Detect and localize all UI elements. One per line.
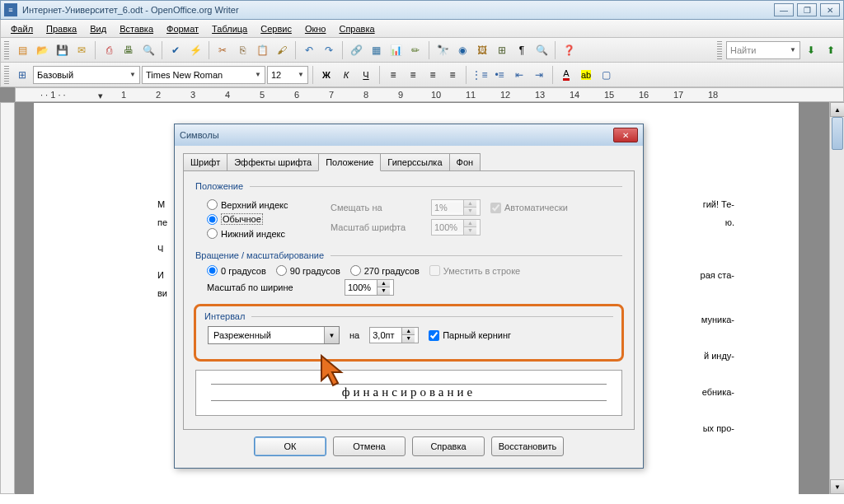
nonprint-icon[interactable]: ¶	[513, 41, 531, 59]
radio-270deg[interactable]: 270 градусов	[350, 265, 420, 276]
search-field[interactable]: Найти ▼	[726, 41, 800, 59]
vertical-ruler[interactable]	[0, 102, 15, 494]
table-icon[interactable]: ▦	[367, 41, 385, 59]
toolbar-grip[interactable]	[4, 41, 9, 59]
find-next-icon[interactable]: ⬇	[802, 41, 820, 59]
radio-superscript[interactable]: Верхний индекс	[207, 199, 288, 210]
restore-button[interactable]: ❐	[797, 3, 817, 16]
print-icon[interactable]: 🖶	[120, 41, 138, 59]
gallery-icon[interactable]: 🖼	[473, 41, 491, 59]
spell-icon[interactable]: ✔	[166, 41, 185, 59]
radio-0deg[interactable]: 0 градусов	[207, 265, 266, 276]
preview-text: финансирование	[335, 385, 482, 399]
chart-icon[interactable]: 📊	[387, 41, 405, 59]
radio-normal[interactable]: Обычное	[207, 213, 263, 225]
size-dropdown[interactable]: 12▼	[267, 66, 308, 84]
scroll-down-icon[interactable]: ▼	[830, 479, 844, 494]
auto-checkbox: Автоматически	[490, 203, 568, 213]
reset-button[interactable]: Восстановить	[491, 436, 564, 456]
toolbar-grip-2[interactable]	[717, 41, 722, 59]
font-dropdown[interactable]: Times New Roman▼	[142, 66, 265, 84]
align-left-icon[interactable]: ≡	[384, 66, 402, 84]
chevron-down-icon[interactable]: ▼	[324, 327, 339, 343]
copy-icon[interactable]: ⎘	[233, 41, 251, 59]
navigator-icon[interactable]: ◉	[453, 41, 471, 59]
tab-background[interactable]: Фон	[449, 153, 481, 171]
bullets-icon[interactable]: •≡	[490, 66, 509, 84]
preview-icon[interactable]: 🔍	[139, 41, 157, 59]
ok-button[interactable]: ОК	[254, 436, 326, 456]
pdf-icon[interactable]: ⎙	[100, 41, 118, 59]
horizontal-ruler[interactable]: · · 1 · · ▾ 1 2 3 4 5 6 7 8 9 10 11 12 1…	[15, 87, 844, 102]
drawing-icon[interactable]: ✏	[406, 41, 424, 59]
help-icon[interactable]: ❓	[560, 41, 578, 59]
radio-90deg[interactable]: 90 градусов	[276, 265, 340, 276]
redo-icon[interactable]: ↷	[320, 41, 338, 59]
bold-icon[interactable]: Ж	[317, 66, 335, 84]
numbering-icon[interactable]: ⋮≡	[471, 66, 489, 84]
italic-icon[interactable]: К	[337, 66, 355, 84]
menu-edit[interactable]: Правка	[40, 22, 83, 35]
menu-format[interactable]: Формат	[160, 22, 205, 35]
open-icon[interactable]: 📂	[33, 41, 51, 59]
sources-icon[interactable]: ⊞	[493, 41, 511, 59]
tab-effects[interactable]: Эффекты шрифта	[227, 153, 319, 171]
tab-hyperlink[interactable]: Гиперссылка	[380, 153, 449, 171]
link-icon[interactable]: 🔗	[347, 41, 365, 59]
menu-table[interactable]: Таблица	[205, 22, 254, 35]
tab-position[interactable]: Положение	[318, 153, 381, 171]
zoom-icon[interactable]: 🔍	[532, 41, 551, 59]
scale-width-spin[interactable]: ▲▼	[345, 279, 394, 296]
spacing-by-spin[interactable]: ▲▼	[369, 327, 419, 343]
menu-tools[interactable]: Сервис	[254, 22, 298, 35]
toolbar-grip-3[interactable]	[4, 66, 9, 84]
font-value: Times New Roman	[146, 70, 223, 80]
underline-icon[interactable]: Ч	[357, 66, 375, 84]
titlebar: ≡ Интернет-Университет_6.odt - OpenOffic…	[0, 0, 844, 20]
vertical-scrollbar[interactable]: ▲ ▼	[829, 102, 844, 494]
tab-panel-position: Положение Верхний индекс Обычное Нижний …	[183, 170, 635, 430]
scroll-thumb[interactable]	[832, 117, 843, 150]
brush-icon[interactable]: 🖌	[273, 41, 291, 59]
kerning-checkbox[interactable]: Парный кернинг	[429, 330, 511, 341]
menu-view[interactable]: Вид	[83, 22, 113, 35]
help-button[interactable]: Справка	[412, 436, 485, 456]
radio-subscript[interactable]: Нижний индекс	[207, 228, 285, 239]
spacing-combo[interactable]: Разреженный ▼	[208, 326, 340, 344]
align-center-icon[interactable]: ≡	[404, 66, 422, 84]
indent-icon[interactable]: ⇥	[530, 66, 548, 84]
style-dropdown[interactable]: Базовый▼	[33, 66, 140, 84]
scroll-up-icon[interactable]: ▲	[830, 102, 844, 117]
bgcolor-icon[interactable]: ▢	[597, 66, 615, 84]
menu-insert[interactable]: Вставка	[113, 22, 160, 35]
outdent-icon[interactable]: ⇤	[510, 66, 528, 84]
menu-window[interactable]: Окно	[298, 22, 333, 35]
undo-icon[interactable]: ↶	[300, 41, 318, 59]
paste-icon[interactable]: 📋	[253, 41, 271, 59]
menu-file[interactable]: Файл	[4, 22, 40, 35]
fontcolor-icon[interactable]: A	[557, 66, 575, 84]
new-icon[interactable]: ▤	[13, 41, 31, 59]
group-position-label: Положение	[195, 181, 622, 191]
dialog-close-button[interactable]: ✕	[613, 128, 638, 142]
find-icon[interactable]: 🔭	[434, 41, 452, 59]
window-title: Интернет-Университет_6.odt - OpenOffice.…	[22, 5, 771, 15]
close-button[interactable]: ✕	[820, 3, 840, 16]
mail-icon[interactable]: ✉	[73, 41, 91, 59]
size-value: 12	[271, 70, 281, 80]
find-prev-icon[interactable]: ⬆	[822, 41, 840, 59]
cut-icon[interactable]: ✂	[213, 41, 232, 59]
group-spacing-label: Интервал	[204, 311, 613, 321]
dialog-titlebar[interactable]: Символы ✕	[175, 124, 643, 146]
tab-font[interactable]: Шрифт	[183, 153, 227, 171]
relsize-label: Масштаб шрифта	[331, 222, 421, 232]
highlight-icon[interactable]: ab	[577, 66, 595, 84]
menu-help[interactable]: Справка	[332, 22, 381, 35]
align-justify-icon[interactable]: ≡	[443, 66, 462, 84]
minimize-button[interactable]: ―	[774, 3, 794, 16]
styles-icon[interactable]: ⊞	[13, 66, 31, 84]
cancel-button[interactable]: Отмена	[333, 436, 406, 456]
save-icon[interactable]: 💾	[53, 41, 71, 59]
autospell-icon[interactable]: ⚡	[186, 41, 204, 59]
align-right-icon[interactable]: ≡	[424, 66, 442, 84]
